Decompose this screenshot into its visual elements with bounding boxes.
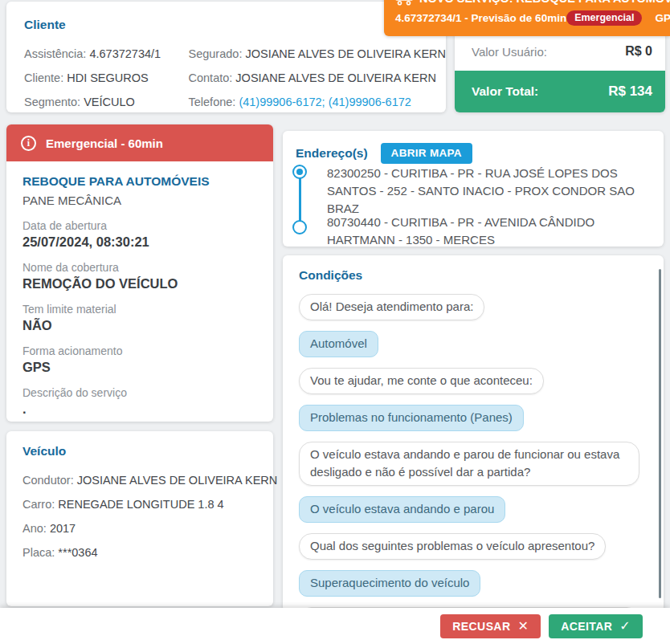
- check-icon: ✓: [619, 618, 631, 634]
- chat-bubble: O veículo estava andando e parou de func…: [299, 442, 639, 486]
- segurado-row: Segurado: JOSIANE ALVES DE OLIVEIRA KERN: [189, 42, 447, 66]
- field-value: JOSIANE ALVES DE OLIVEIRA KERN: [77, 474, 278, 487]
- aceitar-button[interactable]: ACEITAR ✓: [549, 614, 643, 638]
- field-label: Cliente:: [24, 71, 63, 84]
- valor-total-row: Valor Total: R$ 134: [455, 71, 665, 112]
- service-title: REBOQUE PARA AUTOMÓVEIS: [22, 174, 257, 189]
- cliente-left-column: Assistência: 4.67372734/1 Cliente: HDI S…: [24, 42, 189, 114]
- valor-total-value: R$ 134: [608, 84, 652, 100]
- emergencial-badge: Emergencial: [566, 10, 642, 26]
- address-item: 82300250 - CURITIBA - PR - RUA JOSÉ LOPE…: [327, 165, 660, 218]
- limite-material-field: Tem limite material NÃO: [22, 303, 257, 334]
- field-label: Forma acionamento: [22, 344, 257, 358]
- field-value: VEÍCULO: [84, 96, 135, 108]
- chat-history: Olá! Deseja atendimento para: Automóvel …: [299, 294, 648, 612]
- field-label: Telefone:: [189, 96, 236, 108]
- chat-bubble: O veículo estava andando e parou: [299, 496, 505, 523]
- enderecos-card: Endereço(s) ABRIR MAPA 82300250 - CURITI…: [283, 131, 664, 247]
- field-label: Carro:: [22, 498, 55, 511]
- abrir-mapa-button[interactable]: ABRIR MAPA: [381, 143, 472, 164]
- field-value: REMOÇÃO DO VEÍCULO: [22, 275, 257, 292]
- field-label: Condutor:: [22, 474, 74, 487]
- assistencia-row: Assistência: 4.67372734/1: [24, 42, 189, 66]
- field-label: Nome da cobertura: [22, 261, 257, 275]
- cobertura-field: Nome da cobertura REMOÇÃO DO VEÍCULO: [22, 261, 257, 292]
- gps-badge: GPS: [655, 12, 670, 24]
- field-value: JOSIANE ALVES DE OLIVEIRA KERN: [245, 47, 446, 60]
- condutor-row: Condutor: JOSIANE ALVES DE OLIVEIRA KERN: [22, 468, 259, 492]
- field-label: Ano:: [22, 522, 47, 535]
- recusar-label: RECUSAR: [452, 620, 510, 633]
- chat-bubble: Automóvel: [299, 331, 378, 357]
- priority-label: Emergencial - 60min: [46, 137, 163, 150]
- valor-usuario-label: Valor Usuário:: [472, 45, 547, 59]
- address-item: 80730440 - CURITIBA - PR - AVENIDA CÂNDI…: [327, 214, 660, 249]
- field-value: GPS: [22, 358, 257, 376]
- close-icon: ✕: [517, 618, 529, 634]
- field-value: NÃO: [22, 316, 257, 334]
- cliente-card: Cliente Assistência: 4.67372734/1 Client…: [6, 2, 446, 112]
- field-value: RENEGADE LONGITUDE 1.8 4: [58, 498, 223, 511]
- field-label: Segurado:: [189, 47, 243, 60]
- info-icon: i: [21, 136, 36, 151]
- carro-row: Carro: RENEGADE LONGITUDE 1.8 4: [22, 492, 259, 516]
- enderecos-card-title: Endereço(s): [296, 146, 368, 161]
- veiculo-card-title: Veículo: [22, 444, 259, 459]
- service-subtitle: PANE MECÂNICA: [22, 194, 257, 207]
- field-label: Segmento:: [24, 96, 80, 108]
- field-value: 4.67372734/1: [89, 47, 161, 60]
- radio-unselected-icon[interactable]: [292, 220, 307, 234]
- field-value: HDI SEGUROS: [67, 71, 149, 84]
- veiculo-card: Veículo Condutor: JOSIANE ALVES DE OLIVE…: [6, 431, 273, 606]
- field-value: 2017: [50, 522, 76, 535]
- valor-card: Valor Usuário: R$ 0 Valor Total: R$ 134: [455, 32, 665, 112]
- tow-truck-icon: [395, 0, 413, 6]
- timeline-connector: [299, 173, 301, 227]
- cliente-right-column: Segurado: JOSIANE ALVES DE OLIVEIRA KERN…: [189, 42, 447, 114]
- footer-bar: RECUSAR ✕ ACEITAR ✓: [0, 608, 670, 644]
- recusar-button[interactable]: RECUSAR ✕: [440, 614, 541, 638]
- forma-acionamento-field: Forma acionamento GPS: [22, 344, 257, 376]
- placa-row: Placa: ***0364: [22, 540, 259, 565]
- valor-usuario-row: Valor Usuário: R$ 0: [455, 32, 665, 71]
- chat-bubble: Problemas no funcionamento (Panes): [299, 405, 524, 431]
- field-value: ***0364: [58, 546, 97, 559]
- aceitar-label: ACEITAR: [561, 620, 612, 633]
- valor-usuario-value: R$ 0: [625, 44, 652, 59]
- field-label: Tem limite material: [22, 303, 257, 316]
- field-label: Descrição do serviço: [22, 386, 257, 400]
- chat-bubble: Superaquecimento do veículo: [299, 570, 480, 597]
- service-priority-banner: i Emergencial - 60min: [6, 124, 273, 161]
- banner-subtitle: 4.67372734/1 - Previsão de 60min: [395, 12, 566, 24]
- scrollbar-thumb[interactable]: [659, 269, 661, 598]
- cliente-row: Cliente: HDI SEGUROS: [24, 66, 189, 90]
- data-abertura-field: Data de abertura 25/07/2024, 08:30:21: [22, 219, 257, 251]
- banner-title: NOVO SERVIÇO: REBOQUE PARA AUTOMÓVEIS -: [419, 0, 670, 5]
- field-label: Placa:: [22, 546, 55, 559]
- contato-row: Contato: JOSIANE ALVES DE OLIVEIRA KERN: [189, 66, 447, 90]
- segmento-row: Segmento: VEÍCULO: [24, 90, 189, 114]
- field-value: 25/07/2024, 08:30:21: [22, 233, 257, 251]
- field-value: .: [22, 400, 257, 418]
- ano-row: Ano: 2017: [22, 516, 259, 540]
- condicoes-card-title: Condições: [299, 268, 648, 283]
- chat-bubble: Vou te ajudar, me conte o que aconteceu:: [299, 368, 544, 394]
- field-label: Contato:: [189, 71, 233, 84]
- field-label: Data de abertura: [22, 219, 257, 233]
- service-card: i Emergencial - 60min REBOQUE PARA AUTOM…: [6, 124, 273, 422]
- field-label: Assistência:: [24, 47, 86, 60]
- chat-bubble: Olá! Deseja atendimento para:: [299, 294, 484, 320]
- new-service-banner: NOVO SERVIÇO: REBOQUE PARA AUTOMÓVEIS - …: [384, 0, 670, 36]
- telefone-row: Telefone: (41)99906-6172; (41)99906-6172: [189, 90, 447, 114]
- phone-link[interactable]: (41)99906-6172; (41)99906-6172: [239, 96, 411, 108]
- field-value: JOSIANE ALVES DE OLIVEIRA KERN: [235, 71, 436, 84]
- descricao-field: Descrição do serviço .: [22, 386, 257, 418]
- chat-bubble: Qual dos seguintes problemas o veículo a…: [299, 533, 606, 560]
- radio-selected-icon[interactable]: [292, 165, 307, 179]
- cliente-card-title: Cliente: [24, 18, 446, 32]
- condicoes-card: Condições Olá! Deseja atendimento para: …: [283, 255, 664, 612]
- valor-total-label: Valor Total:: [472, 84, 538, 99]
